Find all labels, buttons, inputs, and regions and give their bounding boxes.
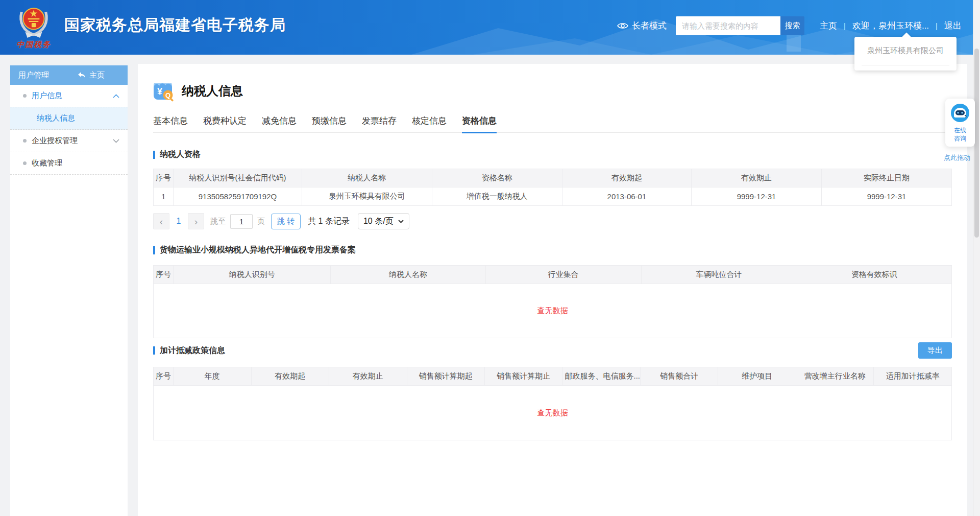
table-header-row: 序号 年度 有效期起 有效期止 销售额计算期起 销售额计算期止 邮政服务、电信服… (154, 367, 952, 386)
bullet-icon (23, 161, 27, 165)
cell-valid-to: 9999-12-31 (692, 187, 822, 206)
col-header: 邮政服务、电信服务... (562, 367, 640, 386)
cell-index: 1 (154, 187, 174, 206)
current-page-number[interactable]: 1 (169, 217, 188, 226)
section-title: 货物运输业小规模纳税人异地代开增值税专用发票备案 (153, 245, 952, 255)
deduction-table: 序号 年度 有效期起 有效期止 销售额计算期起 销售额计算期止 邮政服务、电信服… (153, 367, 952, 440)
freight-table: 序号 纳税人识别号 纳税人名称 行业集合 车辆吨位合计 资格有效标识 查无数据 (153, 265, 952, 338)
cell-actual-end-date: 9999-12-31 (822, 187, 952, 206)
sidebar-item-label: 收藏管理 (32, 158, 62, 168)
cell-valid-from: 2013-06-01 (562, 187, 691, 206)
elder-mode-toggle[interactable]: 长者模式 (617, 20, 667, 32)
site-title: 国家税务总局福建省电子税务局 (64, 15, 286, 36)
total-records-label: 共 1 条记录 (308, 216, 350, 227)
tab-invoice-balance[interactable]: 发票结存 (362, 115, 397, 133)
pagination: ‹ 1 › 跳至 页 跳 转 共 1 条记录 10 条/页 (153, 213, 952, 229)
sidebar-home-label: 主页 (89, 71, 105, 80)
sidebar-item-user-info[interactable]: 用户信息 (10, 85, 128, 107)
taxpayer-info-icon: ¥ Q (153, 80, 175, 102)
bullet-icon (23, 94, 27, 98)
online-consult-widget[interactable]: 在线 咨询 (945, 99, 975, 147)
tax-emblem-icon (18, 6, 50, 39)
section-deduction-policy: 加计抵减政策信息 导出 序号 年度 有效期起 有效期止 销售额计算期起 销售额计… (153, 342, 952, 440)
section-freight-filing: 货物运输业小规模纳税人异地代开增值税专用发票备案 序号 纳税人识别号 纳税人名称… (153, 245, 952, 338)
page-unit-label: 页 (257, 217, 265, 226)
col-header: 销售额计算期起 (407, 367, 484, 386)
elder-mode-label: 长者模式 (632, 20, 667, 32)
back-arrow-icon (78, 72, 86, 79)
section-title-bar (153, 151, 155, 159)
tab-tax-type[interactable]: 税费种认定 (203, 115, 247, 133)
col-header: 车辆吨位合计 (641, 266, 797, 284)
bullet-icon (23, 139, 27, 143)
section-taxpayer-qualification: 纳税人资格 序号 纳税人识别号(社会信用代码) 纳税人名称 资格名称 有效期起 … (153, 149, 952, 229)
col-header: 实际终止日期 (822, 169, 952, 187)
tab-assessment-info[interactable]: 核定信息 (412, 115, 447, 133)
prev-page-button[interactable]: ‹ (153, 213, 169, 229)
table-row: 1 91350582591709192Q 泉州玉环模具有限公司 增值税一般纳税人… (154, 187, 952, 206)
sidebar-item-favorites[interactable]: 收藏管理 (10, 152, 128, 175)
tab-reduction-info[interactable]: 减免信息 (262, 115, 297, 133)
sidebar-header: 用户管理 主页 (10, 65, 128, 85)
col-header: 适用加计抵减率 (874, 367, 952, 386)
scrollbar-thumb[interactable] (974, 49, 979, 238)
tab-bar: 基本信息 税费种认定 减免信息 预缴信息 发票结存 核定信息 资格信息 (153, 115, 952, 133)
empty-row: 查无数据 (154, 284, 952, 338)
logo: 中国税务 (11, 6, 56, 50)
sidebar-item-taxpayer-info-active[interactable]: 纳税人信息 (10, 107, 128, 130)
col-header: 维护项目 (718, 367, 796, 386)
page-size-select[interactable]: 10 条/页 (358, 213, 409, 229)
chevron-down-icon (113, 139, 119, 143)
tab-qualification-info-active[interactable]: 资格信息 (462, 115, 497, 133)
tab-prepay-info[interactable]: 预缴信息 (312, 115, 347, 133)
svg-text:¥: ¥ (157, 86, 162, 97)
col-header: 序号 (154, 169, 174, 187)
search-input[interactable] (676, 16, 780, 35)
section-title-bar (153, 246, 155, 254)
nav-separator: | (844, 21, 846, 30)
sidebar-item-label: 用户信息 (32, 91, 62, 101)
no-data-message: 查无数据 (154, 284, 952, 338)
next-page-button[interactable]: › (188, 213, 204, 229)
col-header: 年度 (174, 367, 251, 386)
page-title: 纳税人信息 (182, 83, 243, 99)
col-header: 序号 (154, 367, 174, 386)
export-button[interactable]: 导出 (918, 342, 952, 359)
jump-to-label: 跳至 (210, 217, 226, 226)
col-header: 销售额合计 (641, 367, 718, 386)
nav-home-link[interactable]: 主页 (820, 20, 837, 32)
col-header: 资格有效标识 (797, 266, 951, 284)
tab-basic-info[interactable]: 基本信息 (153, 115, 188, 133)
col-header: 纳税人识别号 (174, 266, 331, 284)
jump-page-input[interactable] (230, 214, 253, 229)
col-header: 有效期起 (251, 367, 329, 386)
col-header: 资格名称 (432, 169, 562, 187)
logo-caption: 中国税务 (16, 40, 51, 50)
table-header-row: 序号 纳税人识别号(社会信用代码) 纳税人名称 资格名称 有效期起 有效期止 实… (154, 169, 952, 187)
col-header: 营改增主行业名称 (796, 367, 873, 386)
consult-label: 在线 咨询 (945, 126, 975, 143)
nav-separator: | (936, 21, 938, 30)
sidebar-item-enterprise-auth[interactable]: 企业授权管理 (10, 130, 128, 152)
jump-button[interactable]: 跳 转 (271, 214, 301, 229)
drag-hint[interactable]: 点此拖动 (944, 153, 970, 162)
sidebar-title: 用户管理 (18, 71, 49, 80)
search-button[interactable]: 搜索 (780, 16, 804, 35)
robot-consult-icon (950, 103, 970, 123)
scrollbar-track[interactable] (973, 0, 980, 516)
section-title-bar (153, 346, 155, 355)
col-header: 行业集合 (485, 266, 641, 284)
nav-welcome-link[interactable]: 欢迎，泉州玉环模... (852, 20, 929, 32)
sidebar-home-link[interactable]: 主页 (78, 71, 105, 80)
page-title-row: ¥ Q 纳税人信息 (153, 64, 952, 102)
col-header: 有效期止 (692, 169, 822, 187)
nav-logout-link[interactable]: 退出 (944, 20, 962, 32)
col-header: 销售额计算期止 (485, 367, 562, 386)
section-title: 纳税人资格 (153, 149, 952, 160)
tooltip-divider (862, 65, 949, 65)
eye-icon (617, 22, 628, 30)
select-chevron-icon (398, 220, 404, 223)
cell-taxpayer-name: 泉州玉环模具有限公司 (302, 187, 432, 206)
page-size-value: 10 条/页 (363, 216, 394, 227)
col-header: 序号 (154, 266, 174, 284)
